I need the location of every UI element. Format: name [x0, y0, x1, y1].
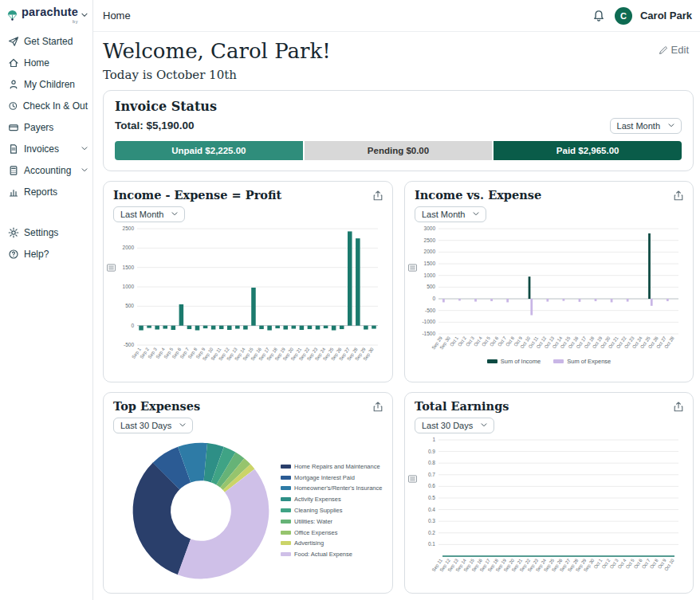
chart-period-value: Last 30 Days	[120, 421, 171, 430]
legend-item[interactable]: Cleaning Supplies	[281, 507, 382, 514]
legend-item[interactable]: Utilities: Water	[281, 518, 382, 525]
sidebar-item-label: Check In & Out	[23, 100, 88, 112]
sidebar-item-label: Help?	[24, 249, 49, 260]
legend-swatch	[553, 359, 564, 363]
export-button[interactable]	[672, 400, 685, 416]
svg-text:0: 0	[131, 322, 134, 327]
legend-item[interactable]: Mortgage Interest Paid	[281, 474, 382, 481]
export-button[interactable]	[672, 189, 685, 205]
chevron-down-icon	[81, 13, 88, 18]
calculator-icon	[8, 165, 19, 176]
total-earnings-chart: 0.10.20.30.40.50.60.70.80.91Sep 11Sep 12…	[415, 435, 683, 580]
pencil-icon	[659, 45, 668, 55]
legend-label: Sum of Income	[501, 358, 541, 365]
svg-text:500: 500	[427, 284, 435, 289]
invoice-period-select[interactable]: Last Month	[610, 118, 682, 134]
sidebar-item-invoices[interactable]: Invoices	[0, 138, 92, 159]
legend-label: Advertising	[294, 539, 324, 547]
brand-name: parachute	[22, 6, 78, 18]
legend-label: Activity Expenses	[294, 496, 341, 503]
chart-period-select[interactable]: Last Month	[113, 206, 185, 222]
chart-legend: Home Repairs and MaintenanceMortgage Int…	[271, 461, 382, 559]
chart-title: Top Expenses	[113, 399, 383, 414]
sidebar-item-label: Reports	[24, 186, 57, 198]
svg-text:-1000: -1000	[422, 319, 435, 324]
legend-label: Home Repairs and Maintenance	[294, 463, 380, 470]
chart-period-select[interactable]: Last 30 Days	[113, 418, 193, 433]
parachute-icon	[6, 9, 18, 22]
svg-text:0: 0	[432, 296, 435, 301]
sidebar-item-reports[interactable]: Reports	[0, 181, 92, 202]
legend-swatch	[281, 486, 291, 490]
notifications-button[interactable]	[591, 8, 607, 24]
legend-label: Utilities: Water	[294, 518, 332, 525]
sidebar-item-payers[interactable]: Payers	[0, 116, 92, 138]
chart-period-select[interactable]: Last 30 Days	[415, 418, 494, 433]
legend-item[interactable]: Sum of Income	[487, 358, 541, 365]
paper-plane-icon	[8, 36, 19, 47]
chart-title: Total Earnings	[415, 399, 683, 414]
sidebar-item-label: My Children	[24, 79, 75, 90]
export-icon	[373, 402, 383, 412]
legend-label: Homeowner's/Renter's Insurance	[294, 484, 382, 492]
sidebar-item-home[interactable]: Home	[0, 52, 92, 73]
export-icon	[373, 190, 383, 201]
sidebar-item-help[interactable]: Help?	[0, 243, 92, 265]
edit-label: Edit	[671, 44, 689, 56]
legend-item[interactable]: Homeowner's/Renter's Insurance	[281, 484, 382, 492]
svg-text:0.6: 0.6	[428, 483, 435, 488]
paid-segment: Paid $2,965.00	[494, 141, 682, 160]
invoice-status-bar: Unpaid $2,225.00 Pending $0.00 Paid $2,9…	[115, 141, 682, 160]
total-earnings-card: Total Earnings Last 30 Days 0.10.20.30.4…	[404, 392, 694, 594]
export-button[interactable]	[372, 189, 384, 205]
sidebar-item-check-in-out[interactable]: Check In & Out	[0, 95, 92, 116]
help-icon	[8, 249, 19, 260]
svg-text:1: 1	[432, 437, 435, 442]
legend-item[interactable]: Food: Actual Expense	[281, 551, 382, 558]
sidebar-item-my-children[interactable]: My Children	[0, 73, 92, 95]
svg-text:0.4: 0.4	[428, 506, 435, 512]
svg-text:-500: -500	[425, 307, 435, 312]
chevron-down-icon	[481, 423, 487, 427]
svg-text:0.8: 0.8	[428, 460, 435, 465]
nav-home-link[interactable]: Home	[103, 10, 131, 22]
legend-label: Cleaning Supplies	[294, 507, 342, 514]
legend-item[interactable]: Activity Expenses	[281, 496, 382, 503]
export-button[interactable]	[372, 400, 384, 416]
invoice-period-value: Last Month	[617, 121, 660, 131]
svg-text:2500: 2500	[424, 237, 436, 242]
svg-text:0.1: 0.1	[428, 541, 435, 547]
chevron-down-icon	[473, 212, 479, 216]
sidebar-item-label: Invoices	[24, 143, 59, 155]
export-icon	[674, 190, 683, 201]
invoice-status-title: Invoice Status	[115, 99, 682, 114]
chart-title: Income vs. Expense	[415, 188, 683, 202]
top-expenses-donut-chart	[131, 441, 271, 581]
sidebar-item-label: Payers	[24, 122, 53, 133]
avatar[interactable]: C	[615, 7, 632, 25]
topbar: Home C Carol Park	[93, 0, 700, 32]
legend-swatch	[281, 476, 291, 480]
brand-menu[interactable]: parachute by	[0, 0, 92, 27]
svg-text:-1500: -1500	[422, 331, 435, 336]
legend-item[interactable]: Sum of Expense	[553, 358, 611, 365]
legend-item[interactable]: Office Expenses	[281, 529, 382, 536]
chevron-down-icon	[171, 212, 178, 216]
chevron-down-icon	[81, 168, 88, 172]
user-name[interactable]: Carol Park	[640, 10, 692, 22]
legend-swatch	[281, 508, 291, 512]
sidebar-item-settings[interactable]: Settings	[0, 222, 92, 243]
chart-period-value: Last Month	[120, 210, 163, 219]
legend-item[interactable]: Home Repairs and Maintenance	[281, 463, 382, 470]
chart-period-value: Last 30 Days	[422, 421, 473, 430]
edit-button[interactable]: Edit	[654, 43, 694, 57]
legend-item[interactable]: Advertising	[281, 539, 382, 547]
sidebar-item-accounting[interactable]: Accounting	[0, 159, 92, 181]
main-content: Welcome, Carol Park! Edit Today is Octob…	[93, 32, 700, 600]
svg-text:3000: 3000	[424, 225, 436, 231]
svg-text:-500: -500	[124, 342, 134, 347]
chart-period-select[interactable]: Last Month	[415, 206, 486, 222]
sidebar-item-get-started[interactable]: Get Started	[0, 30, 92, 52]
legend-label: Food: Actual Expense	[294, 551, 352, 558]
wallet-icon	[8, 122, 19, 133]
